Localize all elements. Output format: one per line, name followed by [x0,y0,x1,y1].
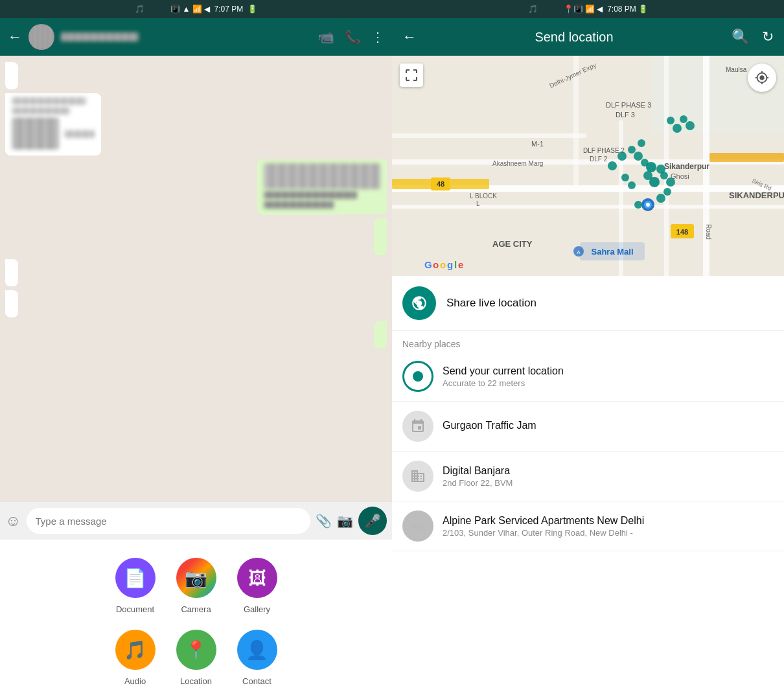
attach-button[interactable]: 📎 [316,513,332,529]
digital-banjara-address: 2nd Floor 22, BVM [443,478,774,488]
svg-text:DLF PHASE 2: DLF PHASE 2 [583,147,625,154]
svg-text:AGE CITY: AGE CITY [492,239,533,249]
status-bar-left: 🎵 📳 ▲ 📶 ◀ 7:07 PM 🔋 [0,0,392,18]
nearby-places-header: Nearby places [392,331,784,352]
traffic-jam-item[interactable]: Gurgaon Traffic Jam [392,402,784,452]
contact-avatar [29,24,54,50]
mic-icon: 🎤 [365,513,381,529]
attach-item-audio[interactable]: 🎵 Audio [115,630,156,686]
svg-text:g: g [447,259,453,270]
share-live-location-item[interactable]: Share live location [392,276,784,331]
battery-left: 🔋 [248,5,257,14]
contact-label: Contact [242,676,271,686]
svg-point-59 [663,188,671,196]
svg-text:SIKANDERPU: SIKANDERPU [729,190,784,200]
svg-point-39 [638,139,645,147]
svg-text:L BLOCK: L BLOCK [470,192,497,200]
time-left: 7:07 PM [214,5,244,14]
svg-text:M-1: M-1 [531,140,544,148]
attachment-menu: 📄 Document 📷 Camera 🖼 Gallery 🎵 Audio [0,540,392,699]
svg-text:DLF 2: DLF 2 [590,155,608,163]
svg-text:e: e [458,259,463,270]
table-row [5,159,387,214]
mic-button[interactable]: 🎤 [358,507,387,535]
building-icon [402,461,433,492]
svg-text:DLF 3: DLF 3 [616,111,635,119]
chat-input-bar: ☺ 📎 📷 🎤 [0,502,392,540]
svg-point-42 [646,162,656,172]
svg-point-49 [628,181,636,189]
svg-point-53 [686,121,695,130]
map-area[interactable]: 148 48 Sikanderpur Ghosi SIKANDERPU AGE … [392,56,784,276]
svg-text:l: l [454,259,457,270]
traffic-jam-text: Gurgaon Traffic Jam [443,420,774,433]
message-bubble [5,290,18,317]
gallery-label: Gallery [244,604,270,614]
svg-text:o: o [440,259,446,270]
message-bubble [374,218,387,255]
chat-header: ← 📹 📞 ⋮ [0,18,392,56]
table-row [5,93,387,155]
contact-icon: 👤 [237,630,277,670]
current-location-name: Send your current location [443,365,774,377]
attach-item-contact[interactable]: 👤 Contact [237,630,277,686]
current-location-icon [402,361,433,392]
svg-rect-11 [709,153,784,162]
alpine-park-address: 2/103, Sunder Vihar, Outer Ring Road, Ne… [443,528,774,538]
svg-text:o: o [433,259,439,270]
spotify-icon-left: 🎵 [135,5,144,14]
current-location-item[interactable]: Send your current location Accurate to 2… [392,352,784,402]
svg-text:Sahra Mall: Sahra Mall [591,247,633,257]
camera-button[interactable]: 📷 [337,513,353,529]
attach-item-camera[interactable]: 📷 Camera [176,558,216,614]
svg-point-45 [649,177,660,187]
svg-point-51 [673,124,682,133]
attach-item-gallery[interactable]: 🖼 Gallery [237,558,277,614]
digital-banjara-name: Digital Banjara [443,465,774,477]
svg-text:G: G [424,259,432,270]
location-pin-status: 📍 [564,5,573,14]
svg-text:48: 48 [437,180,444,188]
chat-back-button[interactable]: ← [8,29,22,45]
gallery-icon: 🖼 [237,558,277,598]
send-location-back-button[interactable]: ← [402,29,417,45]
search-button[interactable]: 🔍 [732,29,749,45]
more-options-button[interactable]: ⋮ [371,29,384,45]
alpine-park-item[interactable]: Alpine Park Serviced Apartments New Delh… [392,501,784,551]
chat-messages-area [0,56,392,502]
svg-point-50 [667,117,674,124]
message-input[interactable] [27,508,310,534]
attach-grid-row1: 📄 Document 📷 Camera 🖼 Gallery [115,558,277,614]
attach-item-document[interactable]: 📄 Document [115,558,156,614]
chat-panel: ← 📹 📞 ⋮ [0,18,392,699]
table-row [5,259,387,286]
location-list: Share live location Nearby places Send y… [392,276,784,699]
map-my-location-button[interactable] [748,63,776,92]
alpine-park-text: Alpine Park Serviced Apartments New Delh… [443,515,774,538]
video-call-button[interactable]: 📹 [318,29,334,45]
refresh-button[interactable]: ↻ [762,29,774,45]
location-icon: 📍 [176,630,216,670]
svg-point-57 [634,201,642,209]
spotify-icon-right: 🎵 [528,5,538,14]
time-right: 7:08 PM [607,5,636,14]
voice-call-button[interactable]: 📞 [345,29,361,45]
signal-icons-right: 📳 📶 ◀ [573,5,607,14]
attach-item-location[interactable]: 📍 Location [176,630,216,686]
map-fullscreen-button[interactable] [400,63,423,87]
svg-text:Sikanderpur: Sikanderpur [664,162,709,171]
current-location-text: Send your current location Accurate to 2… [443,365,774,388]
send-location-header-icons: 🔍 ↻ [732,29,774,45]
table-row [5,218,387,255]
table-row [5,290,387,317]
emoji-button[interactable]: ☺ [5,512,21,530]
hotel-icon [402,510,433,542]
message-bubble [5,62,18,89]
location-label: Location [180,676,212,686]
svg-point-56 [646,203,650,207]
svg-point-46 [660,172,668,179]
signal-icons-left: 📳 ▲ 📶 ◀ [170,5,214,14]
traffic-icon [402,411,433,442]
digital-banjara-item[interactable]: Digital Banjara 2nd Floor 22, BVM [392,452,784,501]
alpine-park-name: Alpine Park Serviced Apartments New Delh… [443,515,774,527]
